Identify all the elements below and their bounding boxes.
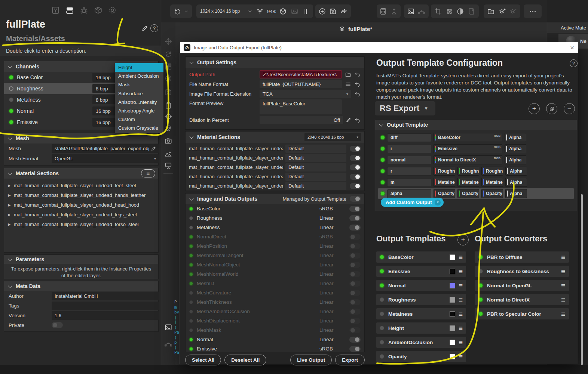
alpha-chip[interactable]: Alpha [505,155,526,164]
section-row[interactable]: mat_human_combat_fullplate_slayer_undea.… [186,181,364,191]
mesh-format-dropdown[interactable]: OpenGL▾ [52,154,159,163]
edit-title-icon[interactable] [142,25,148,31]
channel-chip[interactable]: Metalness [457,178,479,187]
image-view-icon[interactable] [291,7,298,15]
meta-header[interactable]: Meta Data [4,281,158,291]
drag-handle-icon[interactable]: ≡ [561,282,565,289]
material-sections-header[interactable]: Material Sections ≡ [4,168,158,179]
output-row[interactable]: MeshNormalWorldLinear [186,269,364,279]
save-icon[interactable] [329,7,337,15]
layer-add-icon[interactable] [498,7,506,15]
reset-icon[interactable] [354,81,361,87]
expand-arrow-icon[interactable]: ▶ [8,203,11,207]
output-row[interactable]: EmissivesRGB [186,344,364,352]
render-settings-icon[interactable] [164,124,172,132]
output-toggle[interactable] [349,253,361,259]
undo-icon[interactable] [173,7,181,15]
preset-dropdown[interactable]: RS Export ▼ [375,101,435,115]
section-toggle[interactable] [350,183,361,189]
output-row[interactable]: NormalDirectsRGB [186,232,364,241]
ellipsis-icon[interactable] [529,7,537,15]
converter-list-item[interactable]: Roughness to Glossiness≡ [475,266,569,277]
output-name-field[interactable]: normal [387,156,431,164]
section-profile-dropdown[interactable]: Default [285,145,346,153]
section-profile-dropdown[interactable]: Default [285,163,346,171]
tags-field[interactable] [52,302,159,310]
crosshair-icon[interactable] [164,112,172,121]
output-row[interactable]: MeshDisplacementLinear [186,316,364,325]
output-toggle[interactable] [349,318,361,324]
drag-handle-icon[interactable]: ≡ [561,268,565,275]
drag-handle-icon[interactable]: ≡ [459,268,463,275]
atom-icon[interactable] [445,7,453,15]
alpha-chip[interactable]: Alpha [505,144,526,153]
add-custom-output-button[interactable]: Add Custom Output▼ [381,198,444,207]
description-hint[interactable]: Double-click to enter a description. [0,46,161,56]
add-output-template-button[interactable]: + [457,234,469,245]
version-field[interactable]: 1.6 [52,311,159,320]
pause-icon[interactable] [302,7,310,15]
cube-3d-icon[interactable] [279,7,287,15]
template-list-item[interactable]: AmbientOcclusion≡ [376,337,466,348]
camera-icon[interactable] [164,137,172,145]
output-toggle[interactable] [349,206,361,212]
dropdown-item[interactable]: Subsurface [115,89,163,98]
drag-handle-icon[interactable]: ≡ [459,254,463,261]
output-toggle[interactable] [349,290,361,296]
template-list-item[interactable]: Height≡ [376,322,466,334]
chevron-down-icon[interactable] [184,9,189,14]
output-row[interactable]: NormalLinear [186,335,364,344]
dropdown-item[interactable]: Mask [115,80,163,89]
alpha-chip[interactable]: Alpha [505,189,527,198]
drag-handle-icon[interactable]: ≡ [561,296,565,303]
expand-arrow-icon[interactable]: ▶ [8,193,11,197]
duplicate-template-button[interactable] [546,103,557,114]
layer-remove-icon[interactable] [509,7,517,15]
panel-scrollbar[interactable] [581,194,583,365]
material-section-item[interactable]: ▶mat_human_combat_fullplate_slayer_undea… [4,210,158,219]
private-toggle[interactable] [52,322,63,328]
alpha-chip[interactable]: Alpha [505,133,526,142]
drag-handle-icon[interactable]: ≡ [459,282,463,289]
template-list-item[interactable]: Opacity≡ [376,351,466,362]
output-name-field[interactable]: alpha [387,189,431,198]
color-swatch[interactable] [450,254,455,260]
template-list-item[interactable]: Roughness≡ [376,294,466,305]
author-field[interactable]: InstaMaterial GmbH [52,292,159,300]
sync-icon[interactable] [164,50,172,58]
clipboard-icon[interactable] [164,101,172,109]
help-icon[interactable]: ? [570,59,578,67]
dropdown-item[interactable]: Height [115,63,163,72]
alpha-chip[interactable]: Alpha [505,178,527,187]
section-toggle[interactable] [350,174,361,180]
converter-list-item[interactable]: PBR to Diffuse≡ [475,251,569,263]
output-row[interactable]: MetalnessLinear [186,223,364,232]
color-swatch[interactable] [450,325,455,331]
uv-checker-icon[interactable] [164,62,172,71]
parameters-header[interactable]: Parameters [4,255,158,264]
template-row[interactable]: normalNormal to DirectXRGBAlpha [378,154,574,166]
section-row[interactable]: mat_human_combat_fullplate_slayer_undea.… [186,172,364,181]
channel-chip[interactable]: Roughness [457,167,479,176]
output-row[interactable]: MeshMaskLinear [186,325,364,335]
drag-handle-icon[interactable]: ≡ [459,310,463,318]
output-toggle[interactable] [349,309,361,315]
output-row[interactable]: MeshAmbientOcclusionLinear [186,307,364,316]
section-profile-dropdown[interactable]: Default [285,173,346,181]
section-row[interactable]: mat_human_combat_fullplate_slayer_undea.… [186,153,364,163]
drag-handle-icon[interactable]: ≡ [459,353,463,360]
expand-arrow-icon[interactable]: ▶ [8,222,11,226]
expand-arrow-icon[interactable]: ▶ [8,183,11,188]
terminal-icon[interactable] [407,7,415,15]
package-icon[interactable] [94,6,103,15]
color-swatch[interactable] [450,283,455,288]
section-resolution-dropdown[interactable]: 2048 x 2048 16 bpp▾ [304,133,361,141]
color-swatch[interactable] [450,340,455,345]
output-name-field[interactable]: m [387,178,431,187]
help-icon[interactable]: ? [150,24,158,32]
template-row[interactable]: rRoughnessRoughnessRoughnessAlpha [378,166,574,177]
file-name-format-field[interactable]: fullPlate_{OUTPUT.NAME} [260,80,342,88]
curve-editor-icon[interactable] [164,340,172,348]
presentation-icon[interactable] [164,161,172,170]
move-tool-icon[interactable] [164,37,172,46]
